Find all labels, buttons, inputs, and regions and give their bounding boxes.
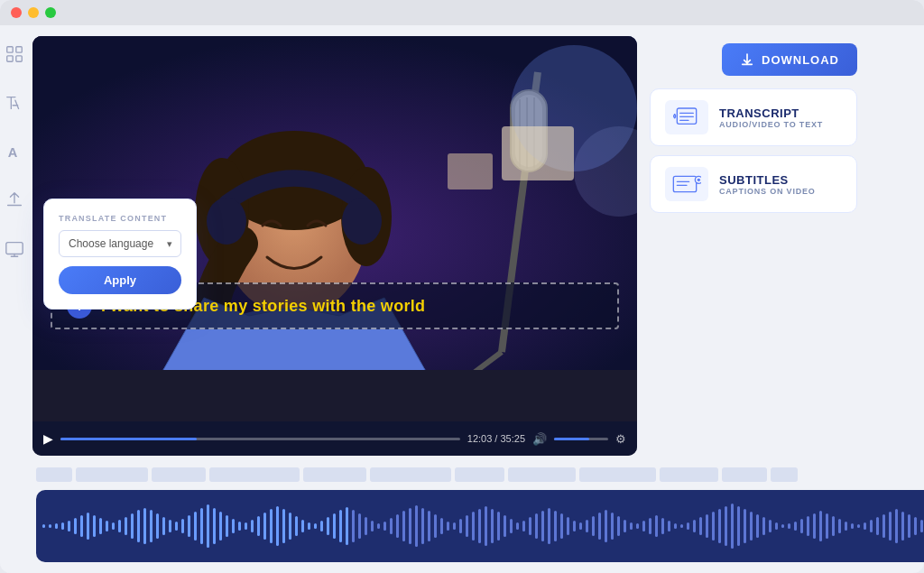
waveform-bar (409, 508, 411, 544)
translate-popup: TRANSLATE CONTENT Choose language Englis… (43, 199, 197, 310)
svg-rect-2 (7, 56, 13, 61)
svg-rect-25 (448, 153, 493, 189)
waveform-bar (769, 520, 772, 532)
waveform-bar (466, 515, 468, 537)
subtitles-card[interactable]: SUBTITLES CAPTIONS ON VIDEO (650, 155, 857, 213)
waveform-bar (529, 517, 531, 535)
waveform-bar (889, 512, 892, 541)
play-button[interactable]: ▶ (43, 431, 53, 446)
segment-8 (508, 467, 576, 482)
waveform-bar (649, 518, 651, 534)
transcript-card[interactable]: TRANSCRIPT AUDIO/VIDEO TO TEXT (650, 88, 857, 146)
waveform-bar (440, 518, 443, 534)
svg-point-14 (342, 198, 382, 245)
waveform-bar (813, 513, 816, 539)
waveform-bar (554, 511, 557, 541)
waveform-bar (630, 522, 633, 530)
waveform-bar (478, 509, 481, 543)
waveform-bar (624, 520, 626, 532)
close-button[interactable] (11, 7, 22, 18)
waveform-bar (535, 513, 538, 539)
svg-rect-1 (16, 47, 22, 52)
waveform-bar (219, 512, 222, 541)
waveform-bar (87, 513, 89, 540)
waveform-bar (737, 506, 740, 546)
waveform-bar (358, 513, 361, 539)
waveform-bar (327, 517, 329, 535)
waveform-bar (365, 517, 367, 535)
waveform-bar (320, 521, 323, 531)
text-icon[interactable]: A (0, 137, 29, 166)
waveform-bar (744, 509, 746, 543)
volume-icon[interactable]: 🔊 (532, 432, 547, 446)
segment-3 (152, 467, 206, 482)
waveform-bar (112, 522, 115, 530)
waveform-bar (339, 510, 342, 542)
waveform-bar (200, 508, 203, 544)
waveform-bar (55, 523, 58, 529)
upload-icon[interactable] (0, 186, 29, 215)
minimize-button[interactable] (28, 7, 39, 18)
download-button[interactable]: DOWNLOAD (722, 43, 857, 76)
waveform-bar (125, 517, 127, 535)
waveform-bar (99, 518, 102, 534)
waveform-bar (908, 514, 910, 538)
settings-icon[interactable]: ⚙ (615, 432, 626, 446)
video-controls: ▶ 12:03 / 35:25 🔊 ⚙ (32, 421, 637, 456)
subtitles-text: SUBTITLES CAPTIONS ON VIDEO (719, 173, 816, 196)
progress-bar[interactable] (60, 438, 460, 440)
waveform-bar (497, 512, 500, 541)
maximize-button[interactable] (45, 7, 56, 18)
waveform-bar (402, 511, 405, 541)
apply-button[interactable]: Apply (59, 266, 181, 294)
svg-rect-24 (502, 126, 574, 180)
waveform-bar (301, 520, 304, 532)
transcript-icon (665, 100, 708, 134)
waveform-bar (914, 517, 917, 535)
waveform-bar (377, 523, 380, 529)
segment-10 (660, 467, 718, 482)
waveform-bar (788, 523, 790, 529)
waveform-bar (175, 522, 178, 531)
waveform-bar (352, 510, 355, 542)
waveform-bar (674, 523, 677, 529)
volume-bar[interactable] (554, 438, 608, 440)
waveform-bar (516, 522, 519, 530)
svg-text:A: A (8, 145, 18, 160)
waveform-bar (93, 515, 96, 537)
time-display: 12:03 / 35:25 (467, 433, 525, 444)
timeline-segments (32, 465, 924, 485)
waveform-bar (548, 508, 550, 544)
waveform-bar (371, 521, 374, 531)
segment-5 (303, 467, 366, 482)
svg-rect-5 (6, 243, 23, 254)
transcript-text: TRANSCRIPT AUDIO/VIDEO TO TEXT (719, 106, 823, 129)
waveform-bar (819, 511, 822, 541)
language-select[interactable]: Choose language English Spanish French G… (59, 230, 181, 257)
waveform-bar (882, 514, 885, 538)
waveform-bar (781, 524, 784, 528)
waveform-bar (74, 518, 77, 534)
waveform-bar (232, 519, 235, 533)
waveform-bar (421, 508, 424, 544)
waveform-bar (699, 517, 702, 535)
waveform-bar (661, 518, 664, 534)
waveform-bar (181, 519, 184, 533)
translate-icon[interactable] (0, 88, 29, 117)
waveform-bar (434, 514, 437, 538)
waveform-bar (725, 506, 727, 546)
waveform-bar (383, 522, 386, 531)
waveform-bar (106, 521, 108, 531)
waveform-bar (642, 521, 645, 531)
waveform-bar (295, 516, 298, 536)
waveform-bar (491, 509, 494, 543)
waveform-bar (592, 516, 595, 536)
screen-icon[interactable] (0, 235, 29, 263)
waveform-bar (213, 508, 216, 544)
segment-2 (76, 467, 148, 482)
waveform[interactable] (36, 490, 924, 562)
waveform-bar (864, 522, 866, 530)
bottom-area (32, 465, 924, 562)
waveform-bar (750, 512, 753, 541)
grid-icon[interactable] (0, 40, 29, 69)
